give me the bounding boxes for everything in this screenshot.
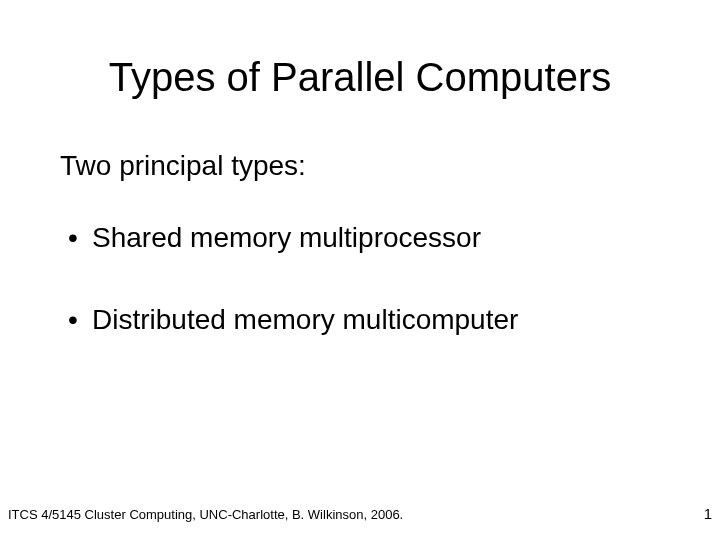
slide-container: Types of Parallel Computers Two principa… (0, 0, 720, 540)
bullet-list: Shared memory multiprocessor Distributed… (60, 222, 660, 336)
footer-citation: ITCS 4/5145 Cluster Computing, UNC-Charl… (8, 507, 403, 522)
page-number: 1 (704, 505, 712, 522)
bullet-item: Shared memory multiprocessor (60, 222, 660, 254)
slide-subtitle: Two principal types: (60, 150, 660, 182)
slide-title: Types of Parallel Computers (60, 55, 660, 100)
bullet-item: Distributed memory multicomputer (60, 304, 660, 336)
slide-footer: ITCS 4/5145 Cluster Computing, UNC-Charl… (8, 505, 712, 522)
